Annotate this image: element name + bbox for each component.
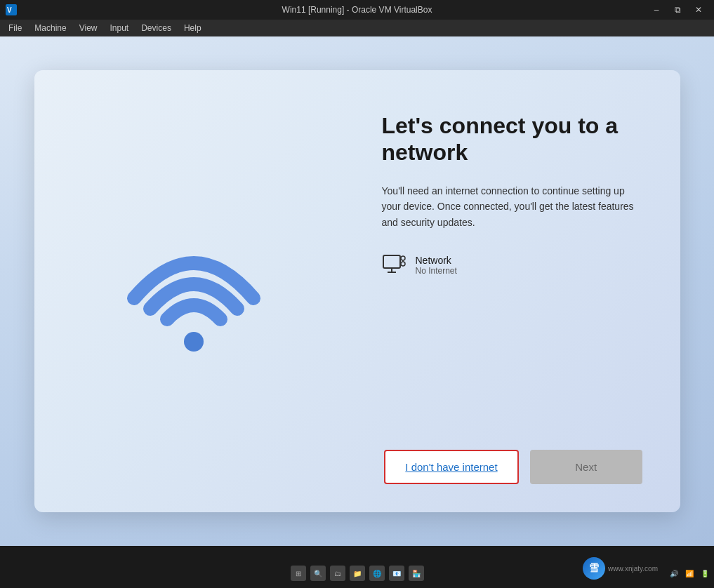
title-bar: V Win11 [Running] - Oracle VM VirtualBox… [0,0,714,20]
tray-icon-3: 🔋 [699,567,711,580]
virtualbox-icon: V [6,4,17,15]
taskbar-icon-3[interactable]: 🗂 [330,566,345,581]
network-item: Network No Internet [382,253,645,278]
next-button[interactable]: Next [530,450,642,484]
minimize-button[interactable]: – [647,3,666,17]
no-internet-button[interactable]: I don't have internet [384,450,518,484]
window-title: Win11 [Running] - Oracle VM VirtualBox [282,5,432,15]
svg-rect-3 [383,255,400,268]
svg-point-7 [401,262,405,266]
system-tray: 🔊 📶 🔋 [668,567,711,580]
menu-file[interactable]: File [3,22,27,34]
page-title: Let's connect you to a network [382,112,645,166]
watermark: 雪 www.xnjaty.com [583,557,658,580]
right-panel: Let's connect you to a network You'll ne… [354,70,680,512]
taskbar-icon-2[interactable]: 🔍 [310,566,326,581]
menu-devices[interactable]: Devices [135,22,177,34]
network-info: Network No Internet [416,255,457,276]
taskbar-icon-6[interactable]: 📧 [389,566,404,581]
menu-machine[interactable]: Machine [29,22,72,34]
network-status: No Internet [416,266,457,276]
watermark-logo: 雪 [583,557,605,580]
setup-dialog: Let's connect you to a network You'll ne… [34,70,680,512]
tray-icon-1: 🔊 [668,567,680,580]
close-button[interactable]: ✕ [689,3,708,17]
menu-input[interactable]: Input [105,22,135,34]
tray-icon-2: 📶 [683,567,696,580]
taskbar-icon-5[interactable]: 🌐 [369,566,385,581]
page-description: You'll need an internet connection to co… [382,183,645,230]
menu-help[interactable]: Help [178,22,207,34]
button-row: I don't have internet Next [382,450,645,484]
svg-text:V: V [7,6,12,14]
left-panel [34,70,354,512]
menu-bar: File Machine View Input Devices Help [0,20,714,36]
title-bar-left: V [6,4,17,15]
wifi-svg [124,221,264,361]
wifi-illustration [124,221,264,361]
taskbar-icons: ⊞ 🔍 🗂 📁 🌐 📧 🏪 [291,566,424,581]
restore-button[interactable]: ⧉ [668,3,687,17]
vm-content-area: Let's connect you to a network You'll ne… [0,36,714,546]
network-icon [382,253,407,278]
watermark-text: www.xnjaty.com [608,565,658,573]
taskbar-icon-7[interactable]: 🏪 [409,566,424,581]
taskbar-icon-4[interactable]: 📁 [350,566,365,581]
menu-view[interactable]: View [74,22,103,34]
taskbar-icon-1[interactable]: ⊞ [291,566,306,581]
svg-point-6 [401,256,405,260]
status-bar: ⊞ 🔍 🗂 📁 🌐 📧 🏪 雪 www.xnjaty.com 🔊 📶 🔋 [0,546,714,588]
network-name: Network [416,255,457,266]
svg-point-2 [184,332,204,352]
window-controls: – ⧉ ✕ [647,3,708,17]
